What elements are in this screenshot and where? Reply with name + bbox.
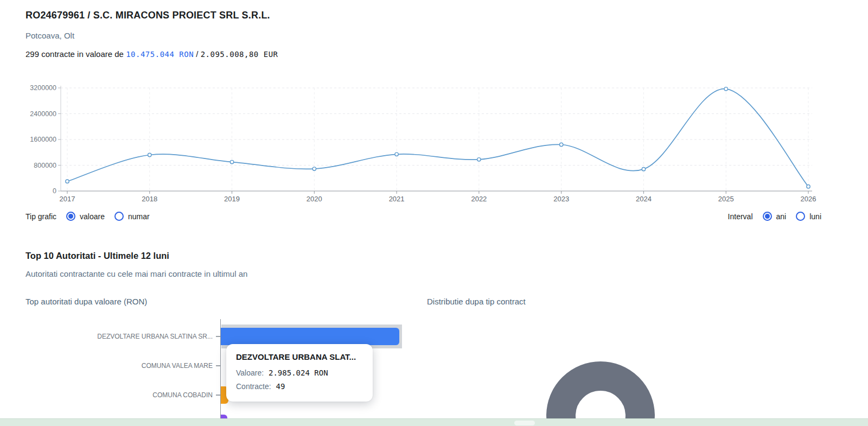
tooltip-valoare-value: 2.985.024 RON (269, 368, 328, 377)
banner-pill (514, 421, 535, 425)
bar-category-label: COMUNA COBADIN (0, 391, 213, 399)
bar-axis-tick (216, 336, 220, 337)
tooltip-title: DEZVOLTARE URBANA SLAT... (236, 352, 363, 361)
bar-category-label: COMUNA VALEA MARE (0, 362, 213, 370)
page: RO24679961 / S.C. MIRACONS PROIECT SRL S… (0, 0, 868, 426)
bar-row-0[interactable] (221, 328, 399, 345)
chart-tooltip: DEZVOLTARE URBANA SLAT... Valoare: 2.985… (226, 344, 373, 402)
bottom-banner-edge (0, 418, 868, 426)
tooltip-contracte-label: Contracte: (236, 382, 271, 391)
tooltip-contracte-value: 49 (276, 382, 285, 391)
contract-type-donut-chart[interactable] (537, 353, 667, 426)
tooltip-contracte-row: Contracte: 49 (236, 380, 363, 393)
tooltip-valoare-label: Valoare: (236, 368, 264, 377)
tooltip-valoare-row: Valoare: 2.985.024 RON (236, 366, 363, 380)
bar-axis-tick (216, 395, 220, 396)
bar-axis-tick (216, 365, 220, 366)
top-authorities-bar-chart[interactable]: DEZVOLTARE URBANA SLATINA SR...COMUNA VA… (0, 0, 868, 426)
bar-category-label: DEZVOLTARE URBANA SLATINA SR... (0, 333, 213, 340)
